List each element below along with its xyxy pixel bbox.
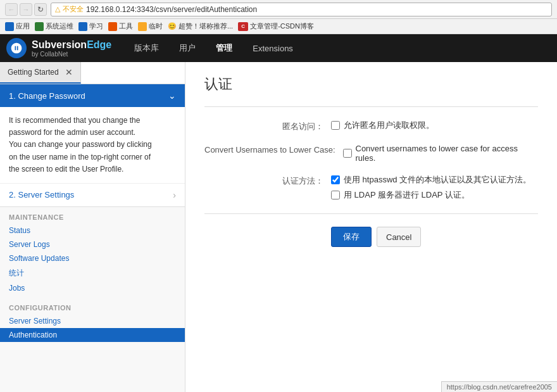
bookmark-label: 应用 [16, 22, 30, 31]
step2-header[interactable]: 2. Server Settings › [0, 183, 185, 206]
step1-header[interactable]: 1. Change Password ⌄ [0, 84, 185, 107]
sidebar: Getting Started ✕ 1. Change Password ⌄ I… [0, 62, 185, 392]
sidebar-item-software-updates[interactable]: Software Updates [9, 251, 176, 265]
bookmark-label: 文章管理-CSDN博客 [250, 22, 314, 31]
header-nav: 版本库 用户 管理 Extensions [124, 34, 303, 62]
security-label: 不安全 [63, 4, 84, 14]
convert-label: Convert Usernames to Lower Case: [204, 144, 343, 155]
bookmark-apps[interactable]: 应用 [5, 22, 30, 31]
maintenance-title: MAINTENANCE [9, 213, 176, 221]
logo-area: SubversionEdge by CollabNet [6, 38, 124, 58]
authmethod-option2-row: 用 LDAP 服务器进行 LDAP 认证。 [331, 189, 470, 201]
sysops-icon [35, 22, 44, 31]
temp-icon [138, 22, 147, 31]
browser-bar: ← → ↻ △ 不安全 192.168.0.124:3343/csvn/serv… [0, 0, 557, 19]
bookmarks-bar: 应用 系统运维 学习 工具 临时 😊 超赞！堪称推荐... C 文章管理-CSD… [0, 19, 557, 34]
authmethod-option1-row: 使用 htpasswd 文件的本地认证以及其它认证方法。 [331, 174, 531, 186]
content-area: 认证 匿名访问： 允许匿名用户读取权限。 Convert Usernames t… [185, 62, 557, 392]
address-bar[interactable]: △ 不安全 192.168.0.124:3343/csvn/server/edi… [51, 3, 552, 16]
convert-description: Convert usernames to lower case for acce… [356, 144, 539, 163]
app-header: SubversionEdge by CollabNet 版本库 用户 管理 Ex… [0, 34, 557, 62]
tools-icon [108, 22, 117, 31]
close-icon[interactable]: ✕ [65, 67, 73, 77]
sidebar-item-server-logs[interactable]: Server Logs [9, 237, 176, 251]
authmethod-htpasswd-checkbox[interactable] [331, 175, 340, 184]
anonymous-description: 允许匿名用户读取权限。 [344, 120, 434, 131]
bookmark-temp[interactable]: 临时 [138, 22, 163, 31]
security-icon: △ [55, 5, 60, 13]
sidebar-item-status[interactable]: Status [9, 224, 176, 237]
form-row-authmethod: 认证方法： 使用 htpasswd 文件的本地认证以及其它认证方法。 用 LDA… [204, 174, 538, 201]
bookmark-label: 临时 [149, 22, 163, 31]
sidebar-item-jobs[interactable]: Jobs [9, 281, 176, 295]
step1-content: It is recommended that you change the pa… [0, 107, 185, 183]
bookmark-recommend[interactable]: 😊 超赞！堪称推荐... [168, 22, 233, 31]
authmethod-ldap-label: 用 LDAP 服务器进行 LDAP 认证。 [344, 189, 470, 201]
maintenance-section: MAINTENANCE Status Server Logs Software … [0, 207, 185, 298]
back-button[interactable]: ← [5, 3, 18, 16]
convert-field: Convert usernames to lower case for acce… [343, 144, 538, 163]
nav-repositories[interactable]: 版本库 [124, 34, 169, 62]
configuration-section: CONFIGURATION Server Settings Authentica… [0, 298, 185, 345]
status-url-hint: https://blog.csdn.net/carefree2005 [441, 381, 557, 392]
page-title: 认证 [204, 75, 538, 94]
app-logo-icon [6, 38, 27, 58]
bookmark-csdn[interactable]: C 文章管理-CSDN博客 [238, 22, 314, 31]
authmethod-htpasswd-label: 使用 htpasswd 文件的本地认证以及其它认证方法。 [344, 174, 531, 186]
form-row-anonymous: 匿名访问： 允许匿名用户读取权限。 [204, 120, 538, 132]
save-button[interactable]: 保存 [331, 227, 372, 247]
bookmark-tools[interactable]: 工具 [108, 22, 133, 31]
logo-text: SubversionEdge by CollabNet [32, 39, 111, 58]
authmethod-label: 认证方法： [204, 174, 331, 187]
nav-extensions[interactable]: Extensions [242, 34, 303, 62]
configuration-title: CONFIGURATION [9, 304, 176, 312]
step1-title: 1. Change Password [9, 91, 85, 101]
getting-started-tab: Getting Started ✕ [0, 62, 185, 84]
sidebar-item-stats[interactable]: 统计 [9, 265, 176, 281]
anonymous-label: 匿名访问： [204, 120, 331, 132]
nav-admin[interactable]: 管理 [206, 34, 242, 62]
bookmark-study[interactable]: 学习 [78, 22, 103, 31]
main-layout: Getting Started ✕ 1. Change Password ⌄ I… [0, 62, 557, 392]
authmethod-ldap-checkbox[interactable] [331, 191, 340, 199]
csdn-icon: C [238, 22, 248, 31]
convert-checkbox[interactable] [343, 149, 352, 158]
brand-sub: by CollabNet [32, 51, 111, 58]
authmethod-field: 使用 htpasswd 文件的本地认证以及其它认证方法。 用 LDAP 服务器进… [331, 174, 538, 201]
bookmark-label: 超赞！堪称推荐... [178, 22, 233, 31]
nav-buttons: ← → ↻ [5, 3, 47, 16]
divider2 [204, 213, 538, 214]
getting-started-button[interactable]: Getting Started ✕ [0, 62, 81, 84]
refresh-button[interactable]: ↻ [34, 3, 47, 16]
anonymous-field-row: 允许匿名用户读取权限。 [331, 120, 434, 131]
getting-started-label: Getting Started [8, 68, 59, 77]
bookmark-label: 系统运维 [46, 22, 73, 31]
form-row-convert: Convert Usernames to Lower Case: Convert… [204, 144, 538, 163]
url-text: 192.168.0.124:3343/csvn/server/editAuthe… [86, 5, 257, 14]
brand-name: SubversionEdge [32, 39, 111, 51]
emoji-icon: 😊 [168, 22, 177, 30]
button-row: 保存 Cancel [331, 227, 538, 247]
sidebar-item-server-settings[interactable]: Server Settings [9, 314, 176, 328]
sidebar-item-authentication[interactable]: Authentication [0, 328, 185, 342]
bookmark-sysops[interactable]: 系统运维 [35, 22, 73, 31]
chevron-down-icon: ⌄ [168, 91, 176, 101]
divider [204, 106, 538, 107]
study-icon [78, 22, 87, 31]
step1-panel: 1. Change Password ⌄ It is recommended t… [0, 84, 185, 207]
forward-button[interactable]: → [20, 3, 32, 16]
convert-field-row: Convert usernames to lower case for acce… [343, 144, 538, 163]
cancel-button[interactable]: Cancel [377, 227, 421, 247]
step2-title: 2. Server Settings [9, 190, 74, 199]
apps-icon [5, 22, 14, 31]
bookmark-label: 工具 [119, 22, 133, 31]
chevron-right-icon: › [173, 190, 176, 200]
anonymous-field: 允许匿名用户读取权限。 [331, 120, 538, 131]
nav-users[interactable]: 用户 [169, 34, 206, 62]
bookmark-label: 学习 [89, 22, 103, 31]
anonymous-checkbox[interactable] [331, 121, 340, 130]
